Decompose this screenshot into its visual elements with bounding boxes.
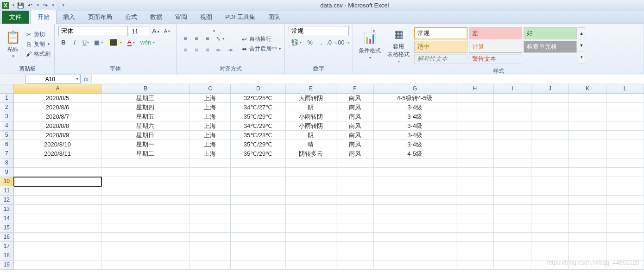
- cell-E16[interactable]: [286, 233, 336, 242]
- column-header-A[interactable]: A: [14, 84, 102, 93]
- cell-L10[interactable]: [606, 177, 644, 186]
- row-header-19[interactable]: 19: [0, 260, 14, 270]
- cell-H10[interactable]: [456, 177, 494, 186]
- cell-G14[interactable]: [374, 214, 456, 223]
- cell-C10[interactable]: [189, 177, 231, 186]
- cell-F2[interactable]: 南风: [336, 103, 374, 112]
- cell-A5[interactable]: 2020/8/9: [14, 131, 102, 140]
- cell-K12[interactable]: [569, 196, 606, 205]
- cell-D5[interactable]: 35℃/28℃: [231, 131, 286, 140]
- align-left-icon[interactable]: ≡: [180, 44, 190, 55]
- cell-G17[interactable]: [374, 242, 456, 251]
- cell-A3[interactable]: 2020/8/7: [14, 112, 102, 121]
- app-menu-dd[interactable]: ▼: [11, 3, 15, 7]
- cell-C12[interactable]: [189, 196, 231, 205]
- cell-E2[interactable]: 阴: [286, 103, 336, 112]
- cell-D14[interactable]: [231, 214, 286, 223]
- cell-C14[interactable]: [189, 214, 231, 223]
- cell-A16[interactable]: [14, 233, 102, 242]
- cell-J1[interactable]: [531, 94, 569, 103]
- row-header-1[interactable]: 1: [0, 94, 14, 103]
- cell-K18[interactable]: [569, 251, 606, 260]
- cell-A13[interactable]: [14, 205, 102, 214]
- cell-L3[interactable]: [606, 112, 644, 121]
- number-format-selector[interactable]: ▼: [289, 26, 349, 36]
- increase-indent-icon[interactable]: ⇥: [225, 44, 235, 55]
- cell-K11[interactable]: [569, 186, 606, 196]
- cell-D16[interactable]: [231, 233, 286, 242]
- undo-icon[interactable]: ↶: [26, 2, 34, 9]
- cell-D11[interactable]: [231, 186, 286, 196]
- cell-K10[interactable]: [569, 177, 606, 186]
- save-icon[interactable]: 💾: [17, 2, 25, 9]
- cell-L9[interactable]: [606, 168, 644, 177]
- redo-icon[interactable]: ↷: [42, 2, 49, 9]
- align-center-icon[interactable]: ≡: [191, 44, 202, 55]
- cell-G13[interactable]: [374, 205, 456, 214]
- cell-G18[interactable]: [374, 251, 456, 260]
- cell-L11[interactable]: [606, 186, 644, 196]
- cell-G1[interactable]: 4-5级转4-5级: [374, 94, 456, 103]
- cell-J16[interactable]: [531, 233, 569, 242]
- cell-H13[interactable]: [456, 205, 494, 214]
- cell-G4[interactable]: 3-4级: [374, 121, 456, 131]
- cell-C7[interactable]: 上海: [189, 149, 231, 159]
- cell-L1[interactable]: [606, 94, 644, 103]
- align-right-icon[interactable]: ≡: [202, 44, 213, 55]
- qat-customize-dd[interactable]: ▼: [61, 3, 65, 7]
- cell-K9[interactable]: [569, 168, 606, 177]
- cell-I13[interactable]: [494, 205, 531, 214]
- cell-F11[interactable]: [336, 186, 374, 196]
- accounting-format-button[interactable]: 💱▾: [289, 37, 304, 47]
- decrease-font-icon[interactable]: A▼: [162, 26, 172, 36]
- column-header-C[interactable]: C: [190, 84, 231, 93]
- border-button[interactable]: ▦▾: [92, 37, 105, 47]
- cell-I8[interactable]: [494, 159, 531, 168]
- cell-B9[interactable]: [101, 168, 189, 177]
- cell-D4[interactable]: 34℃/29℃: [231, 121, 286, 131]
- cell-H4[interactable]: [456, 121, 494, 131]
- cell-K3[interactable]: [569, 112, 606, 121]
- column-header-I[interactable]: I: [494, 84, 531, 93]
- style-warning[interactable]: 警告文本: [469, 54, 522, 63]
- tab-home[interactable]: 开始: [31, 10, 57, 24]
- cell-E8[interactable]: [286, 159, 336, 168]
- cell-I18[interactable]: [494, 251, 531, 260]
- cell-L2[interactable]: [606, 103, 644, 112]
- cell-E7[interactable]: 阴转多云: [286, 149, 336, 159]
- cell-I17[interactable]: [494, 242, 531, 251]
- style-neutral[interactable]: 适中: [414, 41, 467, 53]
- tab-team[interactable]: 团队: [262, 10, 287, 24]
- cell-B11[interactable]: [101, 186, 189, 196]
- cell-C3[interactable]: 上海: [189, 112, 231, 121]
- column-header-B[interactable]: B: [102, 84, 190, 93]
- cell-B6[interactable]: 星期一: [101, 140, 189, 149]
- cell-C4[interactable]: 上海: [189, 121, 231, 131]
- tab-data[interactable]: 数据: [144, 10, 169, 24]
- cell-H17[interactable]: [456, 242, 494, 251]
- cell-E12[interactable]: [286, 196, 336, 205]
- cell-L5[interactable]: [606, 131, 644, 140]
- cell-I14[interactable]: [494, 214, 531, 223]
- row-header-16[interactable]: 16: [0, 233, 14, 242]
- cell-E6[interactable]: 晴: [286, 140, 336, 149]
- cell-A2[interactable]: 2020/8/6: [14, 103, 102, 112]
- align-middle-icon[interactable]: ≡: [191, 33, 202, 44]
- font-size-selector[interactable]: ▼: [129, 26, 150, 36]
- undo-dd[interactable]: ▼: [36, 3, 40, 7]
- cell-C2[interactable]: 上海: [189, 103, 231, 112]
- cell-L12[interactable]: [606, 196, 644, 205]
- cell-D6[interactable]: 35℃/29℃: [231, 140, 286, 149]
- cell-E15[interactable]: [286, 223, 336, 233]
- cell-C15[interactable]: [189, 223, 231, 233]
- row-header-15[interactable]: 15: [0, 223, 14, 233]
- cell-A1[interactable]: 2020/8/5: [14, 94, 102, 103]
- tab-insert[interactable]: 插入: [57, 10, 82, 24]
- cell-H12[interactable]: [456, 196, 494, 205]
- cell-G12[interactable]: [374, 196, 456, 205]
- cell-I4[interactable]: [494, 121, 531, 131]
- cell-D15[interactable]: [231, 223, 286, 233]
- cell-C5[interactable]: 上海: [189, 131, 231, 140]
- cell-C17[interactable]: [189, 242, 231, 251]
- cell-A14[interactable]: [14, 214, 102, 223]
